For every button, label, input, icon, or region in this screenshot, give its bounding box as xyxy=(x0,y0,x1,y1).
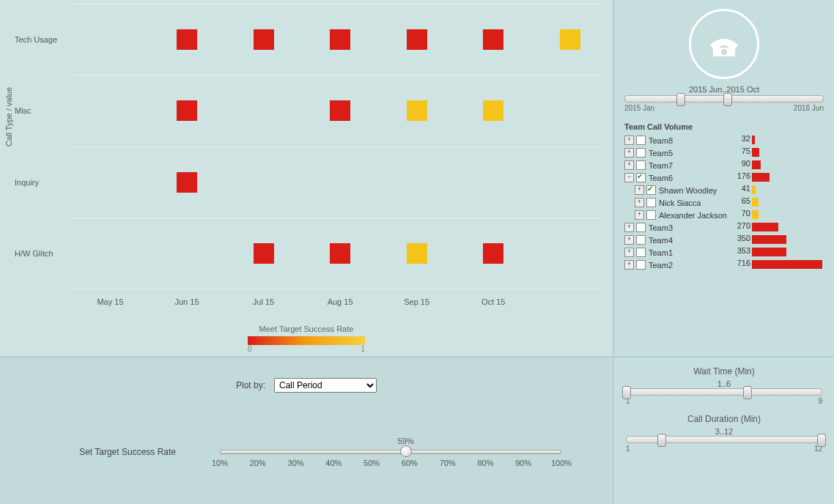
volume-bar xyxy=(752,210,759,219)
x-tick: Jul 15 xyxy=(253,297,274,306)
checkbox[interactable] xyxy=(636,136,646,145)
heatmap-cell[interactable] xyxy=(177,29,197,50)
expand-toggle[interactable]: + xyxy=(624,235,634,245)
tree-title: Team Call Volume xyxy=(624,122,824,131)
heatmap-cell[interactable] xyxy=(560,29,580,50)
expand-toggle[interactable]: + xyxy=(624,223,634,232)
range-thumb[interactable] xyxy=(743,386,752,399)
range-thumb[interactable] xyxy=(676,93,685,106)
range-thumb[interactable] xyxy=(723,93,732,106)
color-legend: Meet Target Success Rate 01 xyxy=(248,325,365,353)
target-rate-slider[interactable]: 59% 10%20%30%40%50%60%70%80%90%100% xyxy=(220,437,561,470)
heatmap-cell[interactable] xyxy=(254,29,274,50)
date-range-label: 2015 Jun..2015 Oct xyxy=(624,85,824,94)
volume-bar xyxy=(752,173,770,182)
heatmap-cell[interactable] xyxy=(483,29,503,50)
range-thumb[interactable] xyxy=(817,434,826,447)
heatmap-cell[interactable] xyxy=(407,243,427,264)
x-tick: Oct 15 xyxy=(481,297,505,306)
volume-bar xyxy=(752,198,759,207)
expand-toggle[interactable]: + xyxy=(635,198,644,207)
volume-bar xyxy=(752,160,761,169)
range-thumb[interactable] xyxy=(622,386,631,399)
heatmap-cell[interactable] xyxy=(483,243,503,264)
range-thumb[interactable] xyxy=(657,434,666,447)
team-call-volume-tree: Team Call Volume +Team832+Team575+Team79… xyxy=(624,122,824,271)
checkbox[interactable] xyxy=(636,223,646,232)
tree-row[interactable]: +Team790 xyxy=(624,159,824,171)
tree-row[interactable]: +Nick Siacca65 xyxy=(624,196,824,209)
date-range-slider[interactable]: 2015 Jun..2015 Oct 2015 Jan2016 Jun xyxy=(624,85,824,112)
tree-label: Team2 xyxy=(649,261,673,270)
plot-by-select[interactable]: Call Period xyxy=(274,378,377,393)
heatmap-cell[interactable] xyxy=(330,29,350,50)
pct-tick: 10% xyxy=(212,459,228,467)
checkbox[interactable] xyxy=(636,148,646,158)
expand-toggle[interactable]: − xyxy=(624,173,634,182)
heatmap-cell[interactable] xyxy=(254,243,274,264)
heatmap-cell[interactable] xyxy=(407,100,427,121)
row-label: Inquiry xyxy=(15,178,39,187)
tree-label: Team5 xyxy=(649,149,673,158)
expand-toggle[interactable]: + xyxy=(635,185,644,195)
checkbox[interactable] xyxy=(636,160,646,170)
volume-bar xyxy=(752,235,786,244)
tree-value: 90 xyxy=(733,159,750,168)
tree-row[interactable]: −Team6176 xyxy=(624,171,824,184)
checkbox[interactable] xyxy=(636,173,646,182)
checkbox[interactable] xyxy=(636,260,646,270)
heatmap-cell[interactable] xyxy=(330,100,350,121)
tree-value: 70 xyxy=(733,209,750,218)
expand-toggle[interactable]: + xyxy=(624,248,634,257)
expand-toggle[interactable]: + xyxy=(624,160,634,170)
heatmap-cell[interactable] xyxy=(407,29,427,50)
tree-row[interactable]: +Alexander Jackson70 xyxy=(624,209,824,221)
tree-value: 65 xyxy=(733,196,750,205)
x-tick: Jun 15 xyxy=(174,297,199,306)
x-axis: May 15Jun 15Jul 15Aug 15Sep 15Oct 15 xyxy=(73,297,602,312)
tree-value: 350 xyxy=(733,234,750,242)
expand-toggle[interactable]: + xyxy=(624,148,634,158)
tree-label: Team1 xyxy=(649,248,673,257)
tree-row[interactable]: +Team1353 xyxy=(624,246,824,259)
tree-row[interactable]: +Team2716 xyxy=(624,259,824,271)
pct-tick: 80% xyxy=(477,459,493,467)
tree-value: 270 xyxy=(733,221,750,230)
pct-tick: 100% xyxy=(551,459,572,467)
expand-toggle[interactable]: + xyxy=(624,136,634,145)
checkbox[interactable] xyxy=(636,248,646,257)
checkbox[interactable] xyxy=(646,185,656,195)
slider-thumb[interactable] xyxy=(400,445,412,457)
wait-time-range-label: 1..6 xyxy=(626,379,822,388)
heatmap-cell[interactable] xyxy=(330,243,350,264)
volume-bar xyxy=(752,136,755,144)
checkbox[interactable] xyxy=(636,235,646,245)
row-label: H/W Glitch xyxy=(15,249,53,258)
pct-tick: 70% xyxy=(440,459,456,467)
x-tick: May 15 xyxy=(97,297,123,306)
pct-tick: 20% xyxy=(250,459,266,467)
expand-toggle[interactable]: + xyxy=(635,210,644,220)
heatmap-cell[interactable] xyxy=(177,100,197,121)
tree-row[interactable]: +Team3270 xyxy=(624,221,824,234)
y-axis-label: Call Type / value xyxy=(4,87,13,147)
checkbox[interactable] xyxy=(646,198,656,207)
heatmap-cell[interactable] xyxy=(177,172,197,193)
plot-by-label: Plot by: xyxy=(236,380,265,390)
tree-row[interactable]: +Shawn Woodley41 xyxy=(624,184,824,196)
tree-label: Team4 xyxy=(649,236,673,245)
volume-bar xyxy=(752,248,786,256)
tree-row[interactable]: +Team575 xyxy=(624,147,824,159)
call-duration-slider[interactable]: Call Duration (Min) 3..12 112 xyxy=(626,414,822,453)
wait-time-slider[interactable]: Wait Time (Min) 1..6 19 xyxy=(626,366,822,405)
pct-tick: 50% xyxy=(364,459,380,467)
tree-row[interactable]: +Team4350 xyxy=(624,234,824,246)
heatmap-cell[interactable] xyxy=(483,100,503,121)
pct-tick: 40% xyxy=(325,459,342,467)
tree-value: 716 xyxy=(733,259,750,267)
expand-toggle[interactable]: + xyxy=(624,260,634,270)
checkbox[interactable] xyxy=(646,210,656,220)
x-tick: Sep 15 xyxy=(404,297,429,306)
tree-label: Team6 xyxy=(649,174,673,182)
tree-row[interactable]: +Team832 xyxy=(624,134,824,147)
